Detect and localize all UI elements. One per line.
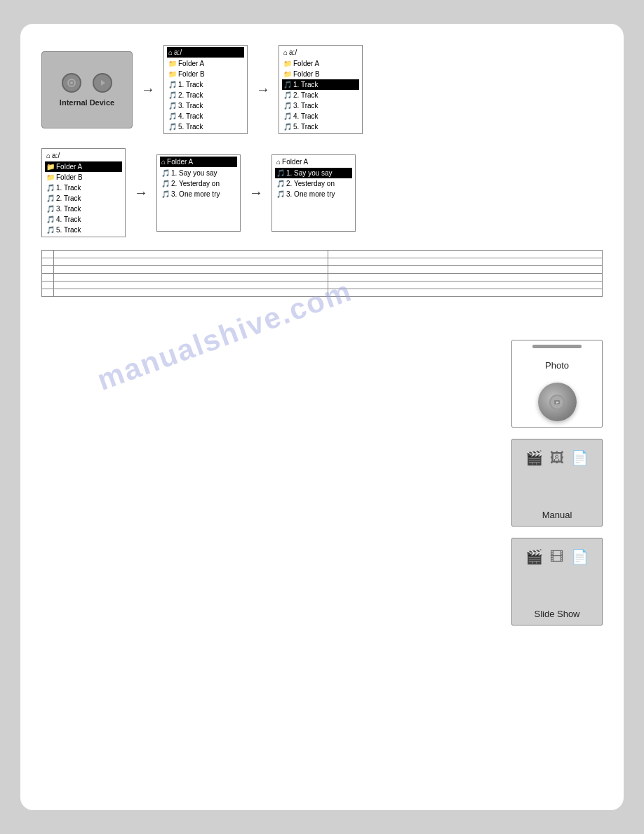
filebox-row: 🎵4. Track — [167, 111, 244, 121]
filebox-row: 📁Folder B — [45, 172, 122, 183]
table-cell-right — [328, 274, 603, 282]
arrow-3: → — [134, 185, 148, 201]
slideshow-icon-2: 🎞 — [550, 549, 564, 565]
photo-panel-label: Photo — [545, 360, 569, 371]
table-row — [42, 274, 603, 282]
filebox-1-2: ⌂ a:/ 📁Folder A 📁Folder B 🎵1. Track 🎵2. … — [279, 45, 363, 134]
table-row — [42, 282, 603, 289]
device-icons — [62, 73, 112, 93]
house-icon: ⌂ — [276, 157, 281, 167]
filebox-2-3: ⌂ Folder A 🎵1. Say you say 🎵2. Yesterday… — [271, 154, 356, 232]
arrow-1: → — [141, 81, 155, 98]
device-label: Internal Device — [60, 98, 114, 107]
page-card: Internal Device → ⌂ a:/ 📁Folder A 📁Folde… — [20, 24, 624, 810]
table-cell-mid — [54, 289, 328, 297]
device-icon-left — [62, 73, 81, 93]
panel-top-bar — [532, 345, 582, 348]
table-cell-mid — [54, 274, 328, 282]
filebox-row: 📁Folder B — [167, 69, 244, 79]
table-section — [41, 250, 603, 297]
filebox-row: 🎵3. Track — [45, 204, 122, 214]
filebox-row: 🎵2. Track — [167, 90, 244, 100]
filebox-1-2-header: ⌂ a:/ — [282, 47, 359, 58]
filebox-2-2: ⌂ Folder A 🎵1. Say you say 🎵2. Yesterday… — [156, 154, 241, 232]
photo-disc-inner — [549, 395, 565, 410]
photo-panel: Photo — [511, 340, 603, 428]
table-cell-right — [328, 289, 603, 297]
table-row — [42, 251, 603, 258]
filebox-row: 📁Folder A — [167, 58, 244, 69]
slideshow-panel-label: Slide Show — [534, 609, 579, 619]
table-cell-right — [328, 258, 603, 266]
arrow-2: → — [256, 81, 270, 98]
slideshow-icon-1: 🎬 — [525, 548, 543, 565]
table-cell-right — [328, 266, 603, 274]
filebox-row: 🎵1. Say you say — [160, 168, 237, 178]
filebox-row-selected: 🎵1. Say you say — [275, 168, 352, 178]
filebox-row-selected: 🎵1. Track — [282, 79, 359, 90]
filebox-row-selected: 📁Folder A — [45, 161, 122, 172]
filebox-2-2-header: ⌂ Folder A — [160, 157, 237, 167]
filebox-row: 🎵3. Track — [167, 100, 244, 111]
table-cell-label — [42, 258, 54, 266]
filebox-row: 🎵2. Yesterday on — [275, 178, 352, 189]
filebox-row: 🎵3. Track — [282, 100, 359, 111]
filebox-row: 🎵5. Track — [167, 121, 244, 132]
table-cell-right — [328, 282, 603, 289]
diagram-row-1: Internal Device → ⌂ a:/ 📁Folder A 📁Folde… — [41, 45, 603, 134]
device-icon-right — [93, 73, 112, 93]
diagram-row-2: ⌂ a:/ 📁Folder A 📁Folder B 🎵1. Track 🎵2. … — [41, 148, 603, 237]
slideshow-icons: 🎬 🎞 📄 — [525, 548, 589, 565]
filebox-row: 🎵2. Yesterday on — [160, 178, 237, 189]
table-cell-right — [328, 251, 603, 258]
svg-point-1 — [70, 81, 73, 84]
house-icon: ⌂ — [283, 47, 288, 58]
house-icon: ⌂ — [46, 150, 51, 161]
filebox-row: 🎵4. Track — [45, 214, 122, 225]
filebox-row: 📁Folder A — [282, 58, 359, 69]
filebox-row: 🎵2. Track — [282, 90, 359, 100]
diagram-section: Internal Device → ⌂ a:/ 📁Folder A 📁Folde… — [41, 45, 603, 237]
manual-icons: 🎬 🖼 📄 — [525, 449, 589, 466]
table-row — [42, 266, 603, 274]
photo-disc — [538, 383, 577, 421]
filebox-2-1: ⌂ a:/ 📁Folder A 📁Folder B 🎵1. Track 🎵2. … — [41, 148, 126, 237]
table-cell-label — [42, 251, 54, 258]
filebox-row: 🎵5. Track — [45, 225, 122, 235]
table-cell-label — [42, 282, 54, 289]
slideshow-icon-3: 📄 — [571, 548, 589, 565]
table-cell-label — [42, 274, 54, 282]
manual-icon-2: 🖼 — [550, 450, 564, 466]
table-cell-label — [42, 266, 54, 274]
house-icon: ⌂ — [168, 47, 173, 58]
filebox-row: 🎵2. Track — [45, 193, 122, 204]
filebox-row: 📁Folder B — [282, 69, 359, 79]
table-cell-mid — [54, 258, 328, 266]
manual-icon-3: 📄 — [571, 449, 589, 466]
filebox-row: 🎵3. One more try — [160, 189, 237, 199]
table-cell-label — [42, 289, 54, 297]
table-row — [42, 258, 603, 266]
device-box: Internal Device — [41, 51, 133, 128]
info-table — [41, 250, 603, 297]
filebox-row: 🎵5. Track — [282, 121, 359, 132]
filebox-row: 🎵1. Track — [167, 79, 244, 90]
manual-panel-label: Manual — [542, 510, 572, 520]
table-cell-mid — [54, 266, 328, 274]
arrow-4: → — [249, 185, 263, 201]
table-row — [42, 289, 603, 297]
right-panel: Photo 🎬 🖼 📄 Manual 🎬 🎞 📄 Slide — [511, 340, 603, 626]
filebox-2-3-header: ⌂ Folder A — [275, 157, 352, 167]
manual-icon-1: 🎬 — [525, 449, 543, 466]
slideshow-panel: 🎬 🎞 📄 Slide Show — [511, 538, 603, 626]
filebox-row: 🎵4. Track — [282, 111, 359, 121]
manual-panel: 🎬 🖼 📄 Manual — [511, 439, 603, 527]
house-icon: ⌂ — [161, 157, 166, 167]
filebox-1-1-header: ⌂ a:/ — [167, 47, 244, 58]
filebox-2-1-header: ⌂ a:/ — [45, 150, 122, 161]
filebox-row: 🎵1. Track — [45, 183, 122, 193]
table-cell-mid — [54, 251, 328, 258]
filebox-row: 🎵3. One more try — [275, 189, 352, 199]
svg-marker-2 — [101, 80, 105, 86]
table-cell-mid — [54, 282, 328, 289]
